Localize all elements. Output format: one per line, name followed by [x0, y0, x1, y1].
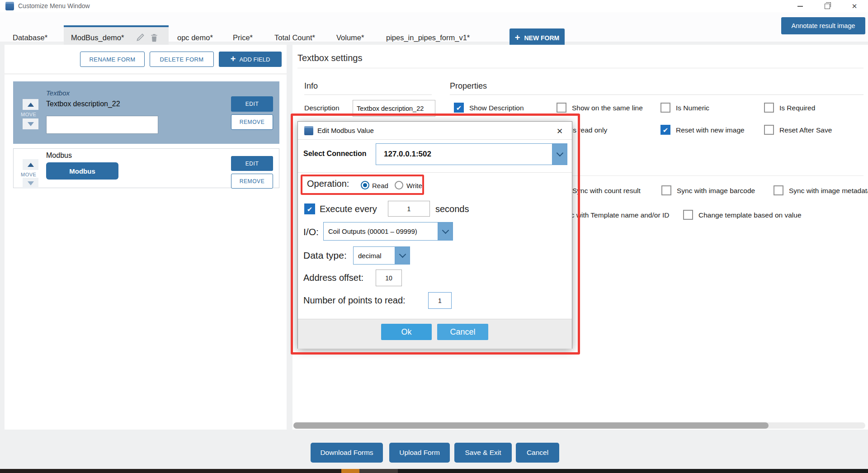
dialog-close-button[interactable]: ✕ [553, 126, 566, 137]
horizontal-scrollbar-track[interactable] [293, 422, 865, 429]
properties-heading: Properties [450, 81, 487, 91]
is-required-label: Is Required [779, 104, 815, 112]
reset-after-save-checkbox[interactable] [764, 125, 774, 135]
dropdown-chevron-button[interactable] [552, 144, 567, 165]
tab-database[interactable]: Database* [13, 33, 47, 42]
field-card-textbox[interactable]: MOVE Textbox Textbox description_22 EDIT… [13, 81, 279, 144]
sync-with-image-barcode-checkbox[interactable] [661, 185, 671, 195]
delete-form-button[interactable]: DELETE FORM [150, 52, 214, 67]
restore-icon [825, 4, 830, 9]
delete-trash-icon[interactable] [150, 33, 159, 43]
io-dropdown[interactable]: Coil Outputs (00001 – 09999) [323, 222, 453, 241]
add-field-label: ADD FIELD [239, 56, 270, 63]
rename-form-button[interactable]: RENAME FORM [80, 52, 145, 67]
tab-price[interactable]: Price* [233, 33, 253, 42]
sync-with-count-result-label: Sync with count result [572, 187, 641, 195]
operation-write-radio[interactable] [395, 181, 403, 189]
tab-opc-demo[interactable]: opc demo* [177, 33, 213, 42]
connection-dropdown[interactable]: 127.0.0.1:502 [376, 143, 567, 165]
divider [297, 68, 863, 68]
divider [450, 95, 863, 95]
reset-with-new-image-checkbox[interactable] [660, 125, 670, 135]
show-description-checkbox[interactable] [454, 103, 464, 113]
data-type-value: decimal [354, 247, 395, 264]
minimize-button[interactable] [790, 0, 810, 12]
save-and-exit-button[interactable]: Save & Exit [454, 443, 512, 463]
operation-read-label: Read [372, 182, 388, 189]
move-label: MOVE [21, 172, 36, 177]
taskbar-orange-segment [341, 469, 359, 473]
data-type-label: Data type: [303, 250, 347, 261]
restore-button[interactable] [817, 0, 837, 12]
execute-every-checkbox[interactable] [304, 203, 315, 214]
arrow-up-icon [28, 103, 34, 107]
settings-title: Textbox settings [297, 53, 362, 63]
chevron-down-icon [556, 150, 563, 157]
is-numeric-checkbox[interactable] [660, 103, 670, 113]
remove-field-button[interactable]: REMOVE [231, 114, 273, 130]
reset-after-save-label: Reset After Save [779, 126, 832, 134]
window-title: Customize Menu Window [18, 2, 90, 9]
arrow-down-icon [28, 181, 34, 185]
arrow-up-icon [28, 163, 34, 167]
ok-button[interactable]: Ok [381, 324, 432, 340]
move-up-button[interactable] [23, 99, 38, 110]
dropdown-chevron-button[interactable] [395, 247, 410, 264]
change-template-label: Change template based on value [698, 211, 802, 219]
data-type-dropdown[interactable]: decimal [353, 246, 410, 265]
tab-modbus-demo-label[interactable]: ModBus_demo* [71, 33, 124, 42]
chevron-down-icon [399, 251, 406, 258]
address-offset-label: Address offset: [303, 273, 363, 283]
add-field-button[interactable]: + ADD FIELD [219, 52, 282, 67]
rename-pencil-icon[interactable] [136, 33, 145, 42]
window-titlebar: Customize Menu Window ✕ [0, 0, 868, 12]
is-numeric-label: Is Numeric [676, 104, 709, 112]
field-card-modbus[interactable]: MOVE Modbus Modbus EDIT REMOVE [13, 148, 279, 188]
download-forms-button[interactable]: Download Forms [311, 443, 383, 463]
field-description: Textbox description_22 [46, 100, 120, 108]
tab-total-count[interactable]: Total Count* [274, 33, 315, 42]
minimize-icon [797, 6, 803, 7]
interval-input[interactable] [388, 201, 430, 217]
io-value: Coil Outputs (00001 – 09999) [324, 222, 438, 240]
dialog-app-icon [304, 126, 313, 135]
modbus-field-button[interactable]: Modbus [46, 162, 118, 180]
upload-form-button[interactable]: Upload Form [389, 443, 450, 463]
tab-volume[interactable]: Volume* [336, 33, 364, 42]
move-label: MOVE [21, 112, 36, 117]
form-tabbar: Database* ModBus_demo* opc demo* Price* … [0, 12, 868, 42]
new-form-button[interactable]: + NEW FORM [509, 28, 565, 47]
taskbar-gray-segment [359, 469, 398, 473]
close-icon: ✕ [852, 2, 858, 10]
move-down-button[interactable] [23, 178, 38, 189]
edit-field-button[interactable]: EDIT [231, 96, 273, 112]
show-on-same-line-checkbox[interactable] [557, 103, 566, 113]
show-on-same-line-label: Show on the same line [572, 104, 643, 112]
operation-read-radio[interactable] [361, 181, 369, 189]
move-down-button[interactable] [23, 118, 38, 129]
cancel-button[interactable]: Cancel [437, 324, 488, 340]
cancel-button[interactable]: Cancel [516, 443, 559, 463]
edit-field-button[interactable]: EDIT [231, 156, 273, 171]
textbox-value-input[interactable] [46, 116, 158, 134]
move-up-button[interactable] [23, 159, 38, 170]
change-template-checkbox[interactable] [683, 210, 693, 220]
dialog-titlebar[interactable]: Edit Modbus Value ✕ [298, 122, 572, 140]
is-required-checkbox[interactable] [764, 103, 774, 113]
close-button[interactable]: ✕ [844, 0, 864, 12]
app-icon [5, 2, 14, 10]
sync-with-image-metadata-checkbox[interactable] [774, 185, 783, 195]
info-heading: Info [304, 81, 318, 91]
points-to-read-input[interactable] [428, 292, 452, 309]
description-input[interactable] [353, 100, 435, 117]
horizontal-scrollbar-thumb[interactable] [293, 422, 769, 429]
close-icon: ✕ [557, 127, 563, 136]
operation-label: Operation: [307, 179, 349, 189]
remove-field-button[interactable]: REMOVE [231, 174, 273, 189]
address-offset-input[interactable] [376, 270, 402, 286]
annotate-result-image-button[interactable]: Annotate result image [781, 17, 865, 34]
tab-pipes-in-pipes[interactable]: pipes_in_pipes_form_v1* [386, 33, 470, 42]
show-description-label: Show Description [469, 104, 524, 112]
description-label: Description [304, 104, 340, 112]
dropdown-chevron-button[interactable] [438, 222, 453, 240]
